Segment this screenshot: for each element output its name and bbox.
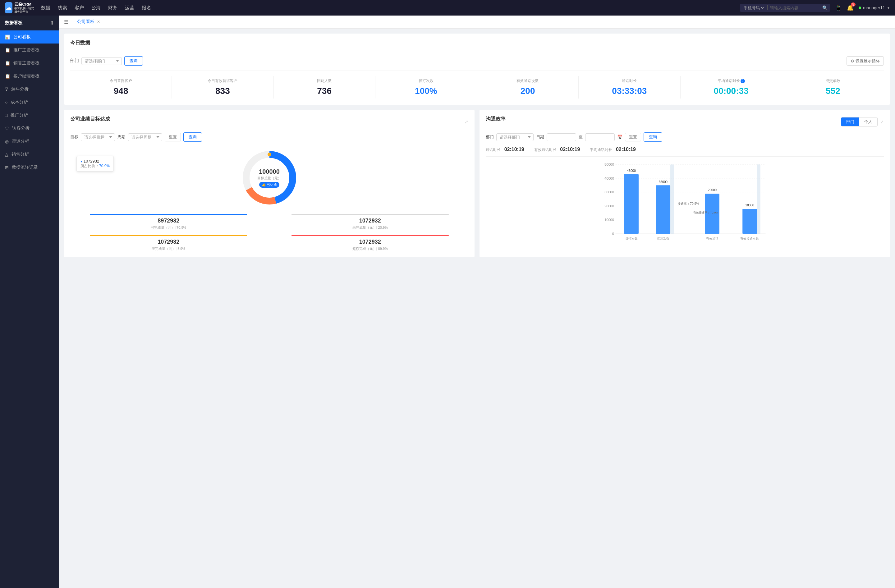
sidebar-item-sales-manager[interactable]: 📋 销售主管看板 [0,56,59,70]
stat-effective-first-consult: 今日有效首咨客户 833 [172,76,273,99]
company-board-icon: 📊 [5,35,10,39]
goal-stat-should-complete: 1072932 应完成量（元）| 8.9% [70,235,267,251]
main-content: ☰ 公司看板 ✕ 今日数据 部门 请选择部门 [59,15,895,588]
tab-close-icon[interactable]: ✕ [97,20,100,24]
nav-finance[interactable]: 财务 [108,4,117,12]
donut-tooltip: ● 1072932 所占比例：70.9% [76,156,114,171]
tab-btn-dept[interactable]: 部门 [841,117,859,126]
top-navigation: ☁ 云朵CRM 教育机构一站式服务云平台 数据 线索 客户 公海 财务 运营 报… [0,0,895,15]
goal-header: 公司业绩目标达成 ⤢ [70,116,468,127]
sidebar-item-channel[interactable]: ◎ 渠道分析 [0,135,59,148]
svg-text:40000: 40000 [604,177,614,180]
search-divider [767,5,768,10]
today-query-button[interactable]: 查询 [124,56,143,65]
date-from-input[interactable]: 2018/01/08 [547,133,576,141]
nav-right: 手机号码 🔍 📱 🔔 5 manager11 ▼ [740,4,890,12]
goal-reset-button[interactable]: 重置 [165,133,181,141]
tab-company-board[interactable]: 公司看板 ✕ [72,16,105,28]
stat-label: 回访人数 [275,78,374,83]
tablet-icon[interactable]: 📱 [835,5,842,11]
svg-text:有效通话: 有效通话 [706,237,719,240]
goal-query-button[interactable]: 查询 [184,132,202,142]
settings-icon: ⚙ [851,59,854,64]
bar-dial-count [624,174,639,234]
date-separator: 至 [579,134,583,140]
completed-bar [90,214,247,215]
sidebar-item-label: 成本分析 [11,100,28,105]
comm-expand-icon[interactable]: ⤢ [880,119,884,124]
nav-enrollment[interactable]: 报名 [142,4,151,12]
effective-label: 有效通话时长 [534,148,557,152]
goal-stat-completed: 8972932 已完成量（元）| 70.9% [70,214,267,230]
user-info[interactable]: manager11 ▼ [859,5,890,10]
svg-text:20000: 20000 [604,204,614,208]
svg-text:43000: 43000 [627,169,636,173]
sidebar-item-promotion[interactable]: □ 推广分析 [0,109,59,122]
sidebar-item-sales[interactable]: △ 销售分析 [0,148,59,161]
calendar-icon[interactable]: 📅 [617,135,622,139]
comm-query-button[interactable]: 查询 [643,132,662,142]
duration-label: 通话时长 [486,148,501,152]
tab-btn-personal[interactable]: 个人 [859,117,877,126]
app-subtitle: 教育机构一站式服务云平台 [14,7,36,14]
sidebar-item-label: 公司看板 [14,34,31,40]
effective-value: 02:10:19 [560,147,580,152]
search-type-select[interactable]: 手机号码 [742,5,765,11]
goal-title: 公司业绩目标达成 [70,116,110,123]
sidebar-item-data-transfer[interactable]: ⊞ 数据流转记录 [0,161,59,174]
period-label: 周期 [117,134,126,140]
sidebar-collapse-icon[interactable]: ⬆ [50,20,54,26]
stat-return-visits: 回访人数 736 [274,76,375,99]
should-complete-value: 1072932 [70,239,267,245]
completed-value: 8972932 [70,218,267,224]
settings-button[interactable]: ⚙ 设置显示指标 [846,56,884,65]
nav-public-sea[interactable]: 公海 [91,4,101,12]
search-icon[interactable]: 🔍 [822,5,828,10]
logo[interactable]: ☁ 云朵CRM 教育机构一站式服务云平台 [5,2,36,14]
exceed-value: 1072932 [272,239,469,245]
sales-manager-icon: 📋 [5,61,10,65]
sidebar-item-funnel[interactable]: ⊽ 漏斗分析 [0,83,59,96]
search-input[interactable] [770,6,820,10]
dept-filter-row: 部门 请选择部门 查询 [70,56,143,65]
period-select[interactable]: 请选择周期 [128,133,162,141]
svg-text:有效接通次数: 有效接通次数 [740,237,759,240]
comm-header: 沟通效率 部门 个人 ⤢ [486,116,884,127]
notification-badge: 5 [851,3,856,6]
sidebar-item-company-board[interactable]: 📊 公司看板 [0,30,59,44]
target-select[interactable]: 请选择目标 [81,133,115,141]
nav-customers[interactable]: 客户 [74,4,84,12]
menu-icon[interactable]: ☰ [64,19,68,25]
date-to-input[interactable]: 2018/01/08 [585,133,615,141]
donut-chart-container: ● 1072932 所占比例：70.9% [70,147,468,209]
stat-label: 今日首咨客户 [71,78,170,83]
expand-icon[interactable]: ⤢ [464,119,468,124]
user-dropdown-icon[interactable]: ▼ [887,6,890,10]
notification-icon[interactable]: 🔔 5 [847,5,854,11]
nav-operations[interactable]: 运营 [125,4,134,12]
stat-effective-calls: 有效通话次数 200 [477,76,579,99]
sidebar-item-account-manager[interactable]: 📋 客户经理看板 [0,70,59,83]
dept-select[interactable]: 请选择部门 [82,57,122,65]
comm-reset-button[interactable]: 重置 [625,133,641,141]
nav-leads[interactable]: 线索 [58,4,67,12]
sales-icon: △ [5,152,8,157]
app-name: 云朵CRM [14,2,36,7]
sidebar-section-title: 数据看板 [5,20,23,26]
should-complete-bar [90,235,247,236]
nav-data[interactable]: 数据 [41,4,50,12]
comm-dept-select[interactable]: 请选择部门 [496,133,534,141]
tab-label: 公司看板 [77,19,94,24]
sidebar-item-label: 推广主管看板 [14,47,39,53]
stat-value: 948 [71,86,170,96]
account-manager-icon: 📋 [5,74,10,79]
svg-text:10000: 10000 [604,218,614,221]
svg-text:35000: 35000 [659,180,668,184]
svg-rect-25 [757,164,760,234]
sidebar-item-visitor[interactable]: ♡ 访客分析 [0,122,59,135]
sidebar-item-promotion-manager[interactable]: 📋 推广主管看板 [0,44,59,56]
sidebar-item-cost[interactable]: ○ 成本分析 [0,96,59,109]
tab-bar: ☰ 公司看板 ✕ [59,15,895,29]
sidebar: 数据看板 ⬆ 📊 公司看板 📋 推广主管看板 📋 销售主管看板 📋 客户经理看板… [0,15,59,588]
stat-value: 03:33:03 [580,86,679,96]
